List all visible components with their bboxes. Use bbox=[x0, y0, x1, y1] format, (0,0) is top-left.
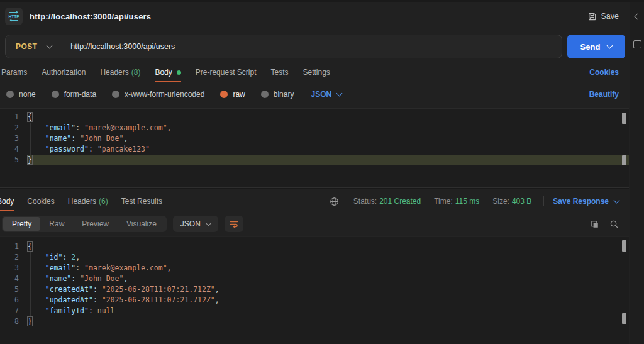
editor-scrollbar[interactable] bbox=[619, 237, 629, 344]
code-area[interactable]: { "id": 2, "email": "marek@example.com",… bbox=[28, 241, 629, 344]
body-type-x-www-form-urlencoded[interactable]: x-www-form-urlencoded bbox=[112, 90, 204, 99]
radio-label: x-www-form-urlencoded bbox=[125, 90, 204, 99]
code-line[interactable]: "updatedAt": "2025-06-28T11:07:21.712Z", bbox=[28, 295, 629, 306]
code-line[interactable]: { bbox=[28, 241, 629, 252]
tab-label: Headers bbox=[68, 197, 96, 206]
size-badge: Size:403 B bbox=[492, 197, 531, 206]
view-tab-visualize[interactable]: Visualize bbox=[118, 217, 165, 231]
code-line[interactable]: } bbox=[28, 155, 629, 165]
format-label: JSON bbox=[180, 219, 201, 228]
response-format-select[interactable]: JSON bbox=[173, 216, 218, 232]
format-label: JSON bbox=[311, 90, 331, 99]
save-response-label: Save Response bbox=[553, 197, 609, 206]
view-tab-pretty[interactable]: Pretty bbox=[3, 217, 40, 231]
scrollbar-thumb[interactable] bbox=[622, 240, 626, 252]
tab-label: Tests bbox=[270, 68, 288, 77]
save-response-button[interactable]: Save Response bbox=[553, 197, 619, 206]
code-line[interactable]: "password": "pancake123" bbox=[28, 144, 629, 155]
status-value: 201 Created bbox=[379, 197, 421, 206]
wrap-lines-button[interactable] bbox=[225, 216, 243, 232]
method-select[interactable]: POST bbox=[6, 42, 62, 51]
tab-label: Authorization bbox=[42, 68, 86, 77]
code-line[interactable]: "name": "John Doe", bbox=[28, 274, 629, 284]
pane-splitter[interactable] bbox=[0, 187, 629, 189]
tab-label: Settings bbox=[303, 68, 330, 77]
indent-guide bbox=[30, 123, 31, 155]
request-body-editor[interactable]: 12345 { "email": "marek@example.com", "n… bbox=[0, 108, 629, 188]
indent-guide bbox=[30, 252, 31, 316]
request-tab-body[interactable]: Body bbox=[155, 63, 180, 82]
request-tabs-row: ParamsAuthorizationHeaders(8)BodyPre-req… bbox=[0, 63, 629, 82]
chevron-down-icon bbox=[47, 43, 53, 49]
code-area[interactable]: { "email": "marek@example.com", "name": … bbox=[28, 112, 629, 188]
code-line[interactable]: { bbox=[28, 112, 629, 123]
view-tab-raw[interactable]: Raw bbox=[40, 217, 73, 231]
body-type-radios: noneform-datax-www-form-urlencodedrawbin… bbox=[6, 90, 309, 99]
unsaved-dot-icon bbox=[177, 70, 181, 75]
request-tab-params[interactable]: Params bbox=[1, 63, 27, 82]
copy-icon[interactable] bbox=[590, 219, 599, 229]
response-tab-test-results[interactable]: Test Results bbox=[121, 192, 162, 211]
beautify-link[interactable]: Beautify bbox=[589, 90, 619, 99]
scrollbar-thumb[interactable] bbox=[622, 113, 626, 124]
request-tab-settings[interactable]: Settings bbox=[303, 63, 330, 82]
collapse-panel-chevron-icon[interactable] bbox=[634, 14, 640, 20]
code-line[interactable]: "createdAt": "2025-06-28T11:07:21.712Z", bbox=[28, 284, 629, 295]
request-format-select[interactable]: JSON bbox=[311, 90, 341, 99]
body-type-form-data[interactable]: form-data bbox=[52, 90, 96, 99]
tab-count: (8) bbox=[131, 68, 141, 77]
response-tab-body[interactable]: Body bbox=[0, 192, 14, 211]
radio-circle-icon bbox=[52, 91, 59, 98]
tab-bar-edge bbox=[0, 0, 644, 2]
url-input[interactable]: http://localhost:3000/api/users bbox=[70, 42, 175, 51]
search-icon[interactable] bbox=[609, 219, 619, 229]
panel-square-icon[interactable] bbox=[633, 40, 641, 48]
request-tab-authorization[interactable]: Authorization bbox=[42, 63, 86, 82]
radio-circle-icon bbox=[261, 91, 269, 98]
status-badge: Status:201 Created bbox=[353, 197, 421, 206]
divider bbox=[543, 196, 544, 206]
response-tabs: BodyCookiesHeaders(6)Test Results bbox=[0, 192, 175, 211]
save-label: Save bbox=[601, 12, 619, 21]
response-tab-headers[interactable]: Headers(6) bbox=[68, 192, 108, 211]
code-line[interactable]: "email": "marek@example.com", bbox=[28, 123, 629, 133]
send-label: Send bbox=[580, 42, 601, 52]
response-tab-cookies[interactable]: Cookies bbox=[27, 192, 54, 211]
body-type-none[interactable]: none bbox=[6, 90, 36, 99]
view-mode-segments: PrettyRawPreviewVisualize bbox=[2, 216, 167, 232]
request-url-row: POST http://localhost:3000/api/users Sen… bbox=[0, 35, 629, 58]
request-tab-tests[interactable]: Tests bbox=[270, 63, 288, 82]
view-tab-preview[interactable]: Preview bbox=[73, 217, 118, 231]
cookies-link[interactable]: Cookies bbox=[589, 68, 619, 77]
send-button[interactable]: Send bbox=[567, 35, 625, 58]
body-type-raw[interactable]: raw bbox=[220, 90, 245, 99]
line-number: 3 bbox=[0, 133, 19, 144]
body-type-binary[interactable]: binary bbox=[261, 90, 294, 99]
send-options-chevron-icon[interactable] bbox=[607, 43, 613, 49]
code-line[interactable]: "name": "John Doe", bbox=[28, 133, 629, 144]
request-tab-pre-request-script[interactable]: Pre-request Script bbox=[196, 63, 257, 82]
response-body-viewer[interactable]: 12345678 { "id": 2, "email": "marek@exam… bbox=[0, 236, 629, 344]
tab-label: Body bbox=[0, 197, 14, 206]
divider bbox=[62, 40, 62, 53]
size-value: 403 B bbox=[512, 197, 531, 206]
editor-scrollbar[interactable] bbox=[619, 109, 629, 188]
line-number: 5 bbox=[0, 155, 19, 165]
time-value: 115 ms bbox=[455, 197, 479, 206]
globe-icon[interactable] bbox=[330, 197, 339, 206]
tab-divider bbox=[92, 0, 92, 2]
save-button[interactable]: Save bbox=[587, 12, 619, 21]
line-numbers: 12345 bbox=[0, 112, 28, 188]
tab-label: Headers bbox=[100, 68, 128, 77]
code-line[interactable]: "familyId": null bbox=[28, 306, 629, 316]
code-line[interactable]: } bbox=[28, 316, 629, 327]
radio-circle-icon bbox=[220, 91, 228, 98]
line-number: 7 bbox=[0, 306, 19, 316]
time-label: Time: bbox=[434, 197, 453, 206]
request-tab-headers[interactable]: Headers(8) bbox=[100, 63, 140, 82]
svg-text:HTTP: HTTP bbox=[8, 14, 19, 19]
code-line[interactable]: "id": 2, bbox=[28, 252, 629, 263]
response-header-row: BodyCookiesHeaders(6)Test Results Status… bbox=[0, 192, 629, 211]
code-line[interactable]: "email": "marek@example.com", bbox=[28, 263, 629, 274]
response-meta: Status:201 Created Time:115 ms Size:403 … bbox=[330, 196, 619, 206]
